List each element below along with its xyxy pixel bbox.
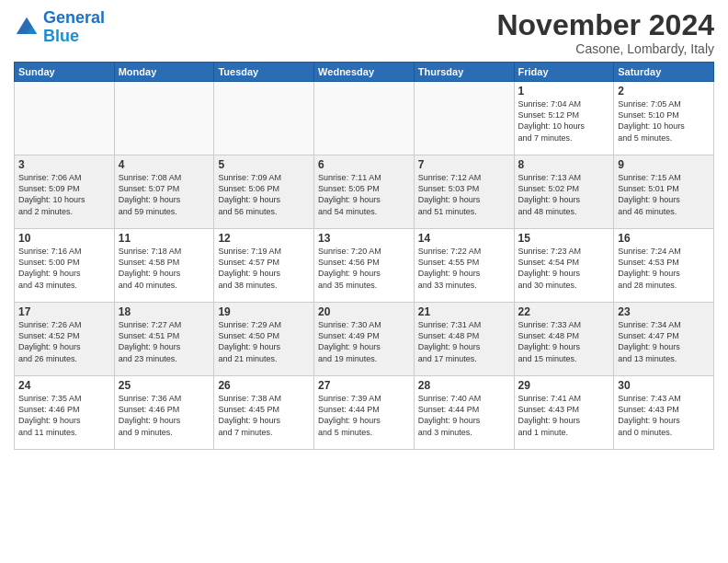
day-info: Sunrise: 7:11 AM Sunset: 5:05 PM Dayligh…	[318, 172, 410, 217]
day-number: 10	[18, 232, 110, 245]
table-row: 18Sunrise: 7:27 AM Sunset: 4:51 PM Dayli…	[114, 303, 214, 376]
col-friday: Friday	[514, 63, 614, 82]
table-row: 22Sunrise: 7:33 AM Sunset: 4:48 PM Dayli…	[514, 303, 614, 376]
day-number: 29	[518, 379, 610, 392]
table-row	[214, 82, 314, 155]
day-info: Sunrise: 7:12 AM Sunset: 5:03 PM Dayligh…	[418, 172, 510, 217]
col-monday: Monday	[114, 63, 214, 82]
day-info: Sunrise: 7:23 AM Sunset: 4:54 PM Dayligh…	[518, 246, 610, 291]
table-row: 1Sunrise: 7:04 AM Sunset: 5:12 PM Daylig…	[514, 82, 614, 155]
day-number: 17	[18, 305, 110, 318]
day-number: 11	[119, 232, 210, 245]
table-row: 26Sunrise: 7:38 AM Sunset: 4:45 PM Dayli…	[214, 376, 314, 450]
day-number: 6	[318, 158, 410, 171]
table-row: 10Sunrise: 7:16 AM Sunset: 5:00 PM Dayli…	[15, 229, 115, 303]
col-wednesday: Wednesday	[314, 63, 415, 82]
table-row: 20Sunrise: 7:30 AM Sunset: 4:49 PM Dayli…	[314, 303, 415, 376]
day-number: 22	[518, 305, 610, 318]
logo-icon	[14, 15, 40, 40]
day-number: 19	[218, 305, 310, 318]
day-number: 1	[518, 85, 610, 98]
day-info: Sunrise: 7:09 AM Sunset: 5:06 PM Dayligh…	[218, 172, 310, 217]
day-number: 12	[218, 232, 310, 245]
calendar-week-row: 17Sunrise: 7:26 AM Sunset: 4:52 PM Dayli…	[15, 303, 714, 376]
table-row: 15Sunrise: 7:23 AM Sunset: 4:54 PM Dayli…	[514, 229, 614, 303]
calendar-week-row: 1Sunrise: 7:04 AM Sunset: 5:12 PM Daylig…	[15, 82, 714, 155]
day-info: Sunrise: 7:22 AM Sunset: 4:55 PM Dayligh…	[418, 246, 510, 291]
col-saturday: Saturday	[614, 63, 714, 82]
title-block: November 2024 Casone, Lombardy, Italy	[496, 9, 714, 56]
day-info: Sunrise: 7:20 AM Sunset: 4:56 PM Dayligh…	[318, 246, 410, 291]
day-number: 28	[418, 379, 510, 392]
day-number: 7	[418, 158, 510, 171]
table-row	[114, 82, 214, 155]
day-info: Sunrise: 7:35 AM Sunset: 4:46 PM Dayligh…	[18, 393, 110, 438]
table-row: 24Sunrise: 7:35 AM Sunset: 4:46 PM Dayli…	[15, 376, 115, 450]
day-info: Sunrise: 7:13 AM Sunset: 5:02 PM Dayligh…	[518, 172, 610, 217]
table-row: 11Sunrise: 7:18 AM Sunset: 4:58 PM Dayli…	[114, 229, 214, 303]
day-number: 13	[318, 232, 410, 245]
day-number: 5	[218, 158, 310, 171]
day-info: Sunrise: 7:04 AM Sunset: 5:12 PM Dayligh…	[518, 98, 610, 144]
day-number: 27	[318, 379, 410, 392]
table-row: 6Sunrise: 7:11 AM Sunset: 5:05 PM Daylig…	[314, 155, 415, 229]
day-info: Sunrise: 7:15 AM Sunset: 5:01 PM Dayligh…	[618, 172, 710, 217]
day-number: 23	[618, 305, 710, 318]
calendar-week-row: 10Sunrise: 7:16 AM Sunset: 5:00 PM Dayli…	[15, 229, 714, 303]
day-info: Sunrise: 7:18 AM Sunset: 4:58 PM Dayligh…	[119, 246, 210, 291]
day-info: Sunrise: 7:08 AM Sunset: 5:07 PM Dayligh…	[119, 172, 210, 217]
table-row: 8Sunrise: 7:13 AM Sunset: 5:02 PM Daylig…	[514, 155, 614, 229]
col-tuesday: Tuesday	[214, 63, 314, 82]
day-info: Sunrise: 7:05 AM Sunset: 5:10 PM Dayligh…	[618, 98, 710, 144]
header: General Blue November 2024 Casone, Lomba…	[14, 9, 714, 56]
month-title: November 2024	[496, 9, 714, 41]
day-info: Sunrise: 7:41 AM Sunset: 4:43 PM Dayligh…	[518, 393, 610, 438]
day-number: 18	[119, 305, 210, 318]
table-row: 7Sunrise: 7:12 AM Sunset: 5:03 PM Daylig…	[414, 155, 514, 229]
day-number: 9	[618, 158, 710, 171]
day-info: Sunrise: 7:16 AM Sunset: 5:00 PM Dayligh…	[18, 246, 110, 291]
table-row: 2Sunrise: 7:05 AM Sunset: 5:10 PM Daylig…	[614, 82, 714, 155]
calendar-header-row: Sunday Monday Tuesday Wednesday Thursday…	[15, 63, 714, 82]
day-number: 26	[218, 379, 310, 392]
day-number: 14	[418, 232, 510, 245]
day-info: Sunrise: 7:33 AM Sunset: 4:48 PM Dayligh…	[518, 319, 610, 364]
day-number: 21	[418, 305, 510, 318]
day-info: Sunrise: 7:31 AM Sunset: 4:48 PM Dayligh…	[418, 319, 510, 364]
col-sunday: Sunday	[15, 63, 115, 82]
table-row	[414, 82, 514, 155]
day-info: Sunrise: 7:43 AM Sunset: 4:43 PM Dayligh…	[618, 393, 710, 438]
day-info: Sunrise: 7:38 AM Sunset: 4:45 PM Dayligh…	[218, 393, 310, 438]
table-row: 4Sunrise: 7:08 AM Sunset: 5:07 PM Daylig…	[114, 155, 214, 229]
col-thursday: Thursday	[414, 63, 514, 82]
day-info: Sunrise: 7:19 AM Sunset: 4:57 PM Dayligh…	[218, 246, 310, 291]
day-info: Sunrise: 7:06 AM Sunset: 5:09 PM Dayligh…	[18, 172, 110, 217]
day-info: Sunrise: 7:30 AM Sunset: 4:49 PM Dayligh…	[318, 319, 410, 364]
calendar-week-row: 3Sunrise: 7:06 AM Sunset: 5:09 PM Daylig…	[15, 155, 714, 229]
day-info: Sunrise: 7:26 AM Sunset: 4:52 PM Dayligh…	[18, 319, 110, 364]
table-row: 21Sunrise: 7:31 AM Sunset: 4:48 PM Dayli…	[414, 303, 514, 376]
day-info: Sunrise: 7:36 AM Sunset: 4:46 PM Dayligh…	[119, 393, 210, 438]
table-row	[314, 82, 415, 155]
table-row: 3Sunrise: 7:06 AM Sunset: 5:09 PM Daylig…	[15, 155, 115, 229]
day-number: 24	[18, 379, 110, 392]
table-row: 5Sunrise: 7:09 AM Sunset: 5:06 PM Daylig…	[214, 155, 314, 229]
day-number: 15	[518, 232, 610, 245]
table-row: 12Sunrise: 7:19 AM Sunset: 4:57 PM Dayli…	[214, 229, 314, 303]
calendar-week-row: 24Sunrise: 7:35 AM Sunset: 4:46 PM Dayli…	[15, 376, 714, 450]
table-row: 28Sunrise: 7:40 AM Sunset: 4:44 PM Dayli…	[414, 376, 514, 450]
day-number: 16	[618, 232, 710, 245]
logo: General Blue	[14, 9, 105, 46]
day-number: 4	[119, 158, 210, 171]
day-info: Sunrise: 7:40 AM Sunset: 4:44 PM Dayligh…	[418, 393, 510, 438]
table-row: 17Sunrise: 7:26 AM Sunset: 4:52 PM Dayli…	[15, 303, 115, 376]
day-number: 30	[618, 379, 710, 392]
table-row: 29Sunrise: 7:41 AM Sunset: 4:43 PM Dayli…	[514, 376, 614, 450]
day-info: Sunrise: 7:29 AM Sunset: 4:50 PM Dayligh…	[218, 319, 310, 364]
table-row: 25Sunrise: 7:36 AM Sunset: 4:46 PM Dayli…	[114, 376, 214, 450]
table-row: 13Sunrise: 7:20 AM Sunset: 4:56 PM Dayli…	[314, 229, 415, 303]
day-number: 3	[18, 158, 110, 171]
table-row: 14Sunrise: 7:22 AM Sunset: 4:55 PM Dayli…	[414, 229, 514, 303]
table-row: 9Sunrise: 7:15 AM Sunset: 5:01 PM Daylig…	[614, 155, 714, 229]
day-number: 2	[618, 85, 710, 98]
